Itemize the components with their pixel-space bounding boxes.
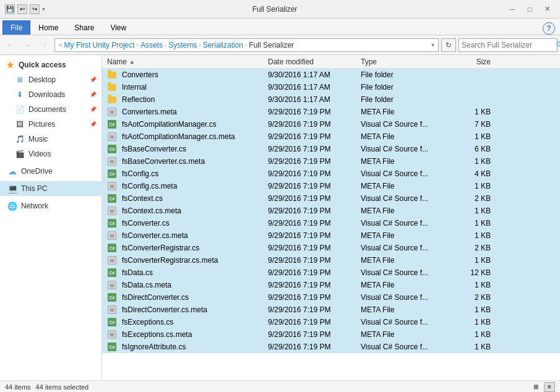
cs-file-icon: C# bbox=[108, 244, 116, 252]
file-type: META File bbox=[361, 330, 441, 339]
col-header-date[interactable]: Date modified bbox=[268, 58, 361, 66]
file-type: File folder bbox=[361, 70, 441, 79]
table-row[interactable]: Internal 9/30/2016 1:17 AM File folder bbox=[102, 81, 560, 93]
file-type: Visual C# Source f... bbox=[361, 219, 441, 228]
table-row[interactable]: M fsConverter.cs.meta 9/29/2016 7:19 PM … bbox=[102, 229, 560, 242]
sidebar-item-documents[interactable]: 📄 Documents 📌 bbox=[0, 102, 101, 117]
table-row[interactable]: C# fsBaseConverter.cs 9/29/2016 7:19 PM … bbox=[102, 143, 560, 155]
back-button[interactable]: ← bbox=[2, 38, 17, 53]
file-date: 9/29/2016 7:19 PM bbox=[268, 145, 361, 153]
sidebar-item-network[interactable]: 🌐 Network bbox=[0, 198, 101, 213]
sidebar-item-videos[interactable]: 🎬 Videos bbox=[0, 147, 101, 161]
table-row[interactable]: M fsContext.cs.meta 9/29/2016 7:19 PM ME… bbox=[102, 205, 560, 217]
search-input[interactable] bbox=[462, 41, 554, 49]
file-size: 2 KB bbox=[441, 194, 491, 203]
file-icon: M bbox=[107, 206, 117, 216]
search-box[interactable]: 🔍 bbox=[459, 38, 558, 52]
sidebar-label-network: Network bbox=[21, 202, 48, 210]
col-header-size[interactable]: Size bbox=[441, 58, 491, 66]
tab-view[interactable]: View bbox=[102, 20, 134, 35]
table-row[interactable]: Converters 9/30/2016 1:17 AM File folder bbox=[102, 69, 560, 81]
table-row[interactable]: M Converters.meta 9/29/2016 7:19 PM META… bbox=[102, 106, 560, 118]
meta-file-icon: M bbox=[108, 281, 116, 289]
close-button[interactable]: ✕ bbox=[539, 3, 555, 15]
sidebar-label-documents: Documents bbox=[28, 105, 66, 114]
up-button[interactable]: ↑ bbox=[37, 38, 52, 53]
file-name: fsConverterRegistrar.cs bbox=[122, 244, 199, 252]
table-row[interactable]: C# fsDirectConverter.cs 9/29/2016 7:19 P… bbox=[102, 291, 560, 304]
tab-file[interactable]: File bbox=[2, 20, 30, 35]
forward-button[interactable]: → bbox=[20, 38, 35, 53]
redo-icon: ↪ bbox=[30, 4, 40, 14]
file-name: fsContext.cs bbox=[122, 194, 163, 203]
maximize-button[interactable]: □ bbox=[522, 3, 538, 15]
table-row[interactable]: C# fsData.cs 9/29/2016 7:19 PM Visual C#… bbox=[102, 266, 560, 279]
tab-home[interactable]: Home bbox=[30, 20, 66, 35]
table-row[interactable]: M fsData.cs.meta 9/29/2016 7:19 PM META … bbox=[102, 279, 560, 291]
cs-file-icon: C# bbox=[108, 194, 116, 203]
file-area: Name ▲ Date modified Type Size Converter… bbox=[102, 55, 560, 380]
table-row[interactable]: M fsDirectConverter.cs.meta 9/29/2016 7:… bbox=[102, 304, 560, 316]
file-name: fsDirectConverter.cs.meta bbox=[122, 305, 207, 314]
file-icon: M bbox=[107, 231, 117, 241]
table-row[interactable]: M fsAotCompilationManager.cs.meta 9/29/2… bbox=[102, 130, 560, 143]
file-icon: C# bbox=[107, 292, 117, 302]
table-row[interactable]: C# fsContext.cs 9/29/2016 7:19 PM Visual… bbox=[102, 192, 560, 205]
sidebar-item-this-pc[interactable]: 💻 This PC bbox=[0, 181, 101, 196]
file-date: 9/29/2016 7:19 PM bbox=[268, 157, 361, 166]
sidebar-item-music[interactable]: 🎵 Music bbox=[0, 132, 101, 147]
table-row[interactable]: C# fsConverterRegistrar.cs 9/29/2016 7:1… bbox=[102, 242, 560, 254]
table-row[interactable]: M fsConfig.cs.meta 9/29/2016 7:19 PM MET… bbox=[102, 180, 560, 192]
folder-icon bbox=[108, 96, 116, 103]
meta-file-icon: M bbox=[108, 207, 116, 215]
file-type: META File bbox=[361, 231, 441, 240]
file-icon: C# bbox=[107, 119, 117, 129]
title-bar-icons: 💾 ↩ ↪ ▾ bbox=[5, 4, 45, 14]
file-type: File folder bbox=[361, 95, 441, 104]
help-button[interactable]: ? bbox=[543, 22, 555, 35]
refresh-button[interactable]: ↻ bbox=[441, 38, 456, 52]
sidebar-label-onedrive: OneDrive bbox=[21, 167, 53, 176]
file-list-header: Name ▲ Date modified Type Size bbox=[102, 55, 560, 69]
sidebar-item-desktop[interactable]: 🖥 Desktop 📌 bbox=[0, 72, 101, 87]
table-row[interactable]: C# fsConverter.cs 9/29/2016 7:19 PM Visu… bbox=[102, 217, 560, 229]
file-icon bbox=[107, 95, 117, 104]
title-bar: 💾 ↩ ↪ ▾ Full Serializer ─ □ ✕ bbox=[0, 0, 560, 19]
table-row[interactable]: M fsExceptions.cs.meta 9/29/2016 7:19 PM… bbox=[102, 328, 560, 341]
file-name: Reflection bbox=[122, 95, 155, 104]
sidebar-item-quick-access[interactable]: ★ Quick access bbox=[0, 58, 101, 72]
table-row[interactable]: C# fsIgnoreAttribute.cs 9/29/2016 7:19 P… bbox=[102, 341, 560, 353]
details-view-button[interactable]: ≡ bbox=[544, 382, 555, 392]
file-size: 12 KB bbox=[441, 268, 491, 277]
file-size: 1 KB bbox=[441, 318, 491, 326]
sidebar-item-downloads[interactable]: ⬇ Downloads 📌 bbox=[0, 87, 101, 102]
status-bar: 44 items 44 items selected ⊞ ≡ bbox=[0, 380, 560, 392]
table-row[interactable]: C# fsAotCompilationManager.cs 9/29/2016 … bbox=[102, 118, 560, 130]
col-header-name[interactable]: Name ▲ bbox=[107, 58, 268, 66]
table-row[interactable]: Reflection 9/30/2016 1:17 AM File folder bbox=[102, 93, 560, 106]
file-size: 1 KB bbox=[441, 157, 491, 166]
file-name: Internal bbox=[122, 83, 147, 92]
table-row[interactable]: M fsBaseConverter.cs.meta 9/29/2016 7:19… bbox=[102, 155, 560, 168]
file-name: Converters bbox=[122, 70, 158, 79]
window-title: Full Serializer bbox=[45, 5, 504, 14]
minimize-button[interactable]: ─ bbox=[504, 3, 520, 15]
file-type: Visual C# Source f... bbox=[361, 145, 441, 153]
onedrive-icon: ☁ bbox=[7, 166, 17, 176]
table-row[interactable]: C# fsExceptions.cs 9/29/2016 7:19 PM Vis… bbox=[102, 316, 560, 328]
file-size: 1 KB bbox=[441, 207, 491, 215]
table-row[interactable]: M fsConverterRegistrar.cs.meta 9/29/2016… bbox=[102, 254, 560, 266]
file-name: fsContext.cs.meta bbox=[122, 207, 181, 215]
file-size: 1 KB bbox=[441, 281, 491, 289]
sidebar-item-pictures[interactable]: 🖼 Pictures 📌 bbox=[0, 117, 101, 132]
meta-file-icon: M bbox=[108, 330, 116, 339]
file-icon: C# bbox=[107, 243, 117, 253]
tab-share[interactable]: Share bbox=[66, 20, 102, 35]
breadcrumb[interactable]: « My First Unity Project › Assets › Syst… bbox=[54, 38, 439, 52]
col-header-type[interactable]: Type bbox=[361, 58, 441, 66]
sidebar-item-onedrive[interactable]: ☁ OneDrive bbox=[0, 164, 101, 179]
large-icons-view-button[interactable]: ⊞ bbox=[530, 382, 541, 392]
table-row[interactable]: C# fsConfig.cs 9/29/2016 7:19 PM Visual … bbox=[102, 168, 560, 180]
file-size: 1 KB bbox=[441, 305, 491, 314]
file-type: Visual C# Source f... bbox=[361, 169, 441, 178]
